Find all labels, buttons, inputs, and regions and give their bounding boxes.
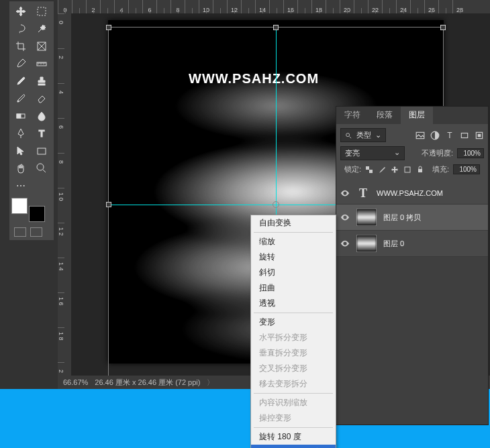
fill-value[interactable]: 100% xyxy=(453,164,480,174)
standard-mode[interactable] xyxy=(14,227,26,237)
filter-image-icon[interactable] xyxy=(415,131,425,140)
menu-skew[interactable]: 斜切 xyxy=(251,265,336,280)
lock-transparent-icon[interactable] xyxy=(365,166,373,174)
watermark-text: WWW.PSAHZ.COM xyxy=(189,71,319,87)
svg-rect-17 xyxy=(369,170,373,173)
marquee-tool[interactable] xyxy=(32,3,51,19)
eraser-tool[interactable] xyxy=(32,91,51,107)
ruler-tool[interactable] xyxy=(32,56,51,72)
pen-tool[interactable] xyxy=(11,125,30,142)
menu-distort[interactable]: 扭曲 xyxy=(251,280,336,296)
lock-position-icon[interactable] xyxy=(391,166,399,174)
layer-name: WWW.PSAHZ.COM xyxy=(377,189,443,197)
svg-rect-19 xyxy=(418,169,422,172)
search-icon xyxy=(345,132,352,139)
history-brush-tool[interactable] xyxy=(11,91,30,107)
app-window: 0246810121416182022242628 T ⋯ xyxy=(0,0,490,389)
blend-mode-value: 变亮 xyxy=(345,148,360,158)
doc-info: 26.46 厘米 x 26.46 厘米 (72 ppi) xyxy=(95,378,200,388)
chevron-down-icon: ⌄ xyxy=(394,148,400,158)
layer-thumb xyxy=(356,209,377,226)
visibility-toggle[interactable] xyxy=(340,213,350,222)
path-select-tool[interactable] xyxy=(11,143,30,159)
panel-group: 字符 段落 图层 类型 ⌄ T 变 xyxy=(336,106,489,425)
filter-smart-icon[interactable] xyxy=(475,131,484,140)
hand-tool[interactable] xyxy=(11,160,30,176)
svg-rect-18 xyxy=(405,167,410,172)
kind-label: 类型 xyxy=(356,130,371,140)
svg-rect-3 xyxy=(38,84,45,85)
menu-scale[interactable]: 缩放 xyxy=(251,234,336,249)
menu-split-h: 水平拆分变形 xyxy=(251,330,336,345)
lasso-tool[interactable] xyxy=(11,21,30,37)
menu-rotate[interactable]: 旋转 xyxy=(251,249,336,265)
menu-separator xyxy=(254,232,333,233)
wand-tool[interactable] xyxy=(32,21,51,37)
panel-tabs: 字符 段落 图层 xyxy=(336,107,488,124)
menu-warp[interactable]: 变形 xyxy=(251,315,336,330)
layer-item[interactable]: T WWW.PSAHZ.COM xyxy=(336,182,488,205)
type-layer-icon: T xyxy=(356,186,370,200)
layer-thumb xyxy=(356,235,377,252)
zoom-tool[interactable] xyxy=(32,160,51,176)
blend-mode-select[interactable]: 变亮 ⌄ xyxy=(340,146,405,160)
quickmask-mode[interactable] xyxy=(30,227,42,237)
type-tool[interactable]: T xyxy=(32,125,51,142)
blur-tool[interactable] xyxy=(32,108,51,124)
menu-content-aware: 内容识别缩放 xyxy=(251,395,336,410)
menu-free-transform[interactable]: 自由变换 xyxy=(251,215,336,231)
menu-split-x: 交叉拆分变形 xyxy=(251,361,336,376)
eyedropper-tool[interactable] xyxy=(11,56,30,72)
menu-split-v: 垂直拆分变形 xyxy=(251,345,336,361)
status-arrow-icon[interactable]: 〉 xyxy=(207,378,214,388)
transform-context-menu: 自由变换 缩放 旋转 斜切 扭曲 透视 变形 水平拆分变形 垂直拆分变形 交叉拆… xyxy=(250,215,336,448)
crop-tool[interactable] xyxy=(11,38,30,54)
lock-paint-icon[interactable] xyxy=(378,166,386,174)
svg-point-4 xyxy=(17,101,19,102)
stamp-tool[interactable] xyxy=(32,73,51,89)
lock-artboard-icon[interactable] xyxy=(403,166,411,174)
move-tool[interactable] xyxy=(11,3,30,19)
toolbox: T ⋯ xyxy=(9,1,54,240)
opacity-label: 不透明度: xyxy=(422,148,453,158)
visibility-toggle[interactable] xyxy=(340,188,350,198)
layer-kind-select[interactable]: 类型 ⌄ xyxy=(340,128,386,142)
visibility-toggle[interactable] xyxy=(340,239,350,248)
ruler-vertical: 024681 01 21 41 61 82 xyxy=(58,13,71,376)
layer-controls: 类型 ⌄ T 变亮 ⌄ 不透明度: 100% xyxy=(336,124,488,182)
tab-layers[interactable]: 图层 xyxy=(401,107,433,124)
panel-empty-area xyxy=(336,257,488,425)
menu-rotate-180[interactable]: 旋转 180 度 xyxy=(251,429,336,445)
extra-tool[interactable]: ⋯ xyxy=(11,178,30,194)
filter-adjust-icon[interactable] xyxy=(430,131,440,140)
frame-tool[interactable] xyxy=(32,38,51,54)
fill-label: 填充: xyxy=(432,164,449,174)
layer-item[interactable]: 图层 0 拷贝 xyxy=(336,205,488,231)
zoom-level[interactable]: 66.67% xyxy=(63,378,88,386)
shape-tool[interactable] xyxy=(32,143,51,159)
opacity-value[interactable]: 100% xyxy=(457,148,484,158)
layer-item[interactable]: 图层 0 xyxy=(336,231,488,257)
svg-text:T: T xyxy=(39,128,45,139)
tab-character[interactable]: 字符 xyxy=(336,107,369,124)
svg-rect-15 xyxy=(478,133,481,137)
chevron-down-icon: ⌄ xyxy=(375,131,381,139)
lock-label: 锁定: xyxy=(344,164,361,174)
filter-type-icon[interactable]: T xyxy=(445,131,454,140)
gradient-tool[interactable] xyxy=(11,108,30,124)
background-color-swatch[interactable] xyxy=(29,206,45,222)
lock-all-icon[interactable] xyxy=(416,166,424,174)
color-swatches[interactable] xyxy=(11,198,49,222)
tab-paragraph[interactable]: 段落 xyxy=(369,107,401,124)
menu-separator xyxy=(254,393,333,394)
menu-puppet: 操控变形 xyxy=(251,410,336,426)
layer-name: 图层 0 xyxy=(383,239,404,249)
menu-rotate-cw-90[interactable]: 顺时针旋转 90 度 xyxy=(251,445,336,448)
filter-shape-icon[interactable] xyxy=(460,131,469,140)
svg-rect-16 xyxy=(366,166,369,170)
brush-tool[interactable] xyxy=(11,73,30,89)
menu-perspective[interactable]: 透视 xyxy=(251,296,336,311)
menu-separator xyxy=(254,313,333,313)
ruler-horizontal: 0246810121416182022242628 xyxy=(58,0,490,13)
foreground-color-swatch[interactable] xyxy=(11,198,28,214)
